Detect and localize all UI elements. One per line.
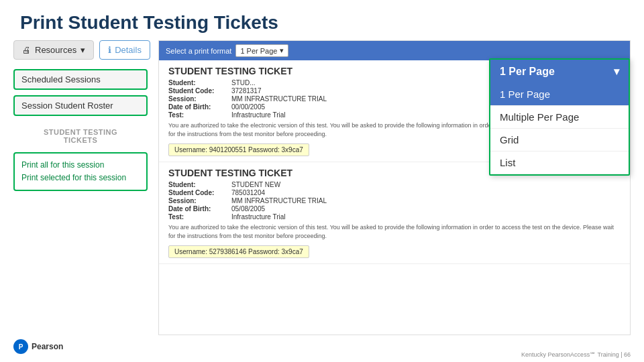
footer-copyright: Kentucky PearsonAccess℠ Training | 66 <box>521 351 631 358</box>
chevron-down-icon: ▾ <box>280 46 284 55</box>
left-panel: 🖨 Resources ▾ ℹ Details Scheduled Sessio… <box>13 40 148 335</box>
chevron-down-icon: ▾ <box>80 45 85 55</box>
dropdown-item-multipleperpage[interactable]: Multiple Per Page <box>490 106 629 129</box>
dropdown-header: 1 Per Page ▾ <box>490 60 629 83</box>
ticket-2-field-test: Test: Infrastructure Trial <box>168 213 621 221</box>
print-format-bar: Select a print format 1 Per Page ▾ <box>159 41 630 60</box>
dropdown-item-list[interactable]: List <box>490 152 629 174</box>
print-options-box: Print all for this session Print selecte… <box>13 152 148 191</box>
ticket-1-credentials: Username: 9401200551 Password: 3x9ca7 <box>168 143 309 156</box>
ticket-2-credentials: Username: 5279386146 Password: 3x9ca7 <box>168 245 309 258</box>
tickets-section-label: STUDENT TESTINGTICKETS <box>13 128 148 144</box>
right-panel: Select a print format 1 Per Page ▾ 1 Per… <box>158 40 631 335</box>
format-label: Select a print format <box>166 47 231 55</box>
format-dropdown: 1 Per Page ▾ 1 Per Page Multiple Per Pag… <box>489 58 630 176</box>
print-selected-link[interactable]: Print selected for this session <box>21 172 140 184</box>
dropdown-item-grid[interactable]: Grid <box>490 129 629 152</box>
dropdown-item-1perpage[interactable]: 1 Per Page <box>490 83 629 106</box>
format-select[interactable]: 1 Per Page ▾ <box>235 44 288 57</box>
printer-icon: 🖨 <box>22 45 31 55</box>
chevron-down-icon: ▾ <box>614 65 619 78</box>
ticket-2-field-dob: Date of Birth: 05/08/2005 <box>168 205 621 213</box>
dropdown-header-text: 1 Per Page <box>500 66 555 78</box>
ticket-2-field-session: Session: MM INFRASTRUCTURE TRIAL <box>168 197 621 204</box>
pearson-icon: P <box>13 339 28 354</box>
info-icon: ℹ <box>108 45 111 55</box>
ticket-2-note: You are authorized to take the electroni… <box>168 223 621 240</box>
print-all-link[interactable]: Print all for this session <box>21 159 140 172</box>
sidebar-item-session-student-roster[interactable]: Session Student Roster <box>13 95 148 116</box>
pearson-logo: P Pearson <box>13 339 63 354</box>
ticket-2-field-student: Student: STUDENT NEW <box>168 181 621 188</box>
details-button[interactable]: ℹ Details <box>99 40 150 60</box>
page-title: Print Student Testing Tickets <box>0 0 644 40</box>
pearson-name: Pearson <box>32 342 63 351</box>
resources-button[interactable]: 🖨 Resources ▾ <box>13 40 94 60</box>
ticket-2: STUDENT TESTING TICKET Student: STUDENT … <box>159 162 630 264</box>
format-selected-value: 1 Per Page <box>240 47 277 55</box>
top-buttons: 🖨 Resources ▾ ℹ Details <box>13 40 148 60</box>
footer: P Pearson Kentucky PearsonAccess℠ Traini… <box>0 351 644 358</box>
sidebar-item-scheduled-sessions[interactable]: Scheduled Sessions <box>13 69 148 90</box>
ticket-2-field-code: Student Code: 785031204 <box>168 189 621 196</box>
